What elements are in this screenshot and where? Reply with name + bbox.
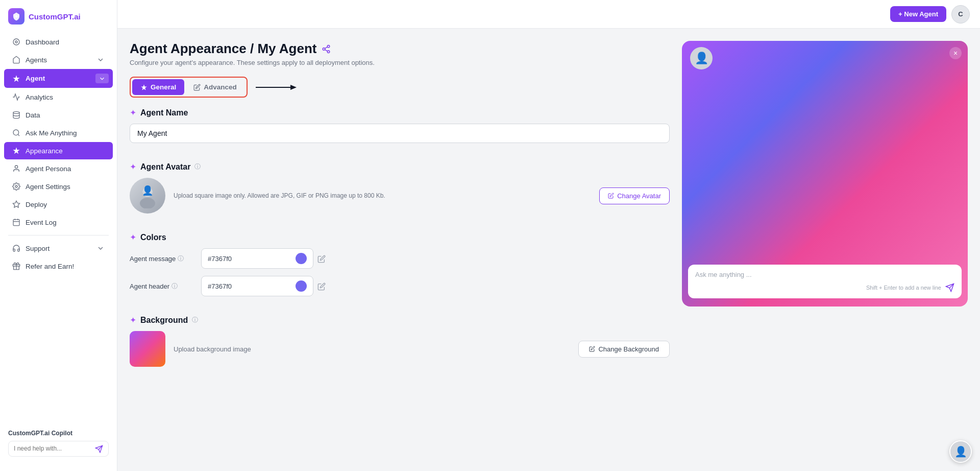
agent-avatar-header: ✦ Agent Avatar ⓘ xyxy=(130,162,670,172)
agent-message-color-row: Agent message ⓘ #7367f0 xyxy=(130,248,670,269)
tab-advanced[interactable]: Advanced xyxy=(185,79,245,95)
tabs-row: General Advanced xyxy=(130,77,670,98)
agent-header-color-value: #7367f0 xyxy=(208,282,291,290)
svg-marker-23 xyxy=(290,85,297,90)
preview-send-icon[interactable] xyxy=(945,282,954,292)
support-icon xyxy=(12,244,20,252)
tab-general[interactable]: General xyxy=(132,79,184,95)
agent-message-label: Agent message xyxy=(130,255,176,263)
sidebar-item-appearance[interactable]: Appearance xyxy=(4,142,113,159)
copilot-title: CustomGPT.ai Copilot xyxy=(8,430,109,437)
sidebar-item-ask-me-anything[interactable]: Ask Me Anything xyxy=(4,124,113,142)
agent-header-color-input[interactable]: #7367f0 xyxy=(201,276,313,296)
tab-outline: General Advanced xyxy=(130,77,248,98)
agent-header-info-icon[interactable]: ⓘ xyxy=(172,282,178,291)
general-tab-icon xyxy=(140,84,148,91)
advanced-tab-label: Advanced xyxy=(204,83,237,91)
new-agent-button[interactable]: + New Agent xyxy=(890,6,946,22)
background-dots-icon: ✦ xyxy=(130,315,136,325)
bg-preview xyxy=(130,331,165,367)
svg-rect-9 xyxy=(13,220,19,226)
sidebar-item-analytics[interactable]: Analytics xyxy=(4,88,113,106)
sidebar-item-label: Agent Settings xyxy=(26,183,70,191)
sidebar-item-label: Appearance xyxy=(26,147,63,155)
agent-message-color-swatch[interactable] xyxy=(296,253,307,264)
agent-name-input[interactable] xyxy=(130,124,670,143)
logo-icon xyxy=(8,8,24,25)
chat-input-area: Ask me anything ... Shift + Enter to add… xyxy=(688,265,962,298)
close-icon: × xyxy=(953,49,958,57)
dashboard-icon xyxy=(12,38,20,46)
sidebar-navigation: Dashboard Agents Agent Analytics Data xyxy=(0,33,117,423)
chat-input-placeholder: Ask me anything ... xyxy=(695,271,954,278)
page-title-row: Agent Appearance / My Agent xyxy=(130,41,670,57)
user-avatar-button[interactable]: C xyxy=(951,5,970,23)
sidebar-agent-label: Agent xyxy=(26,75,95,82)
svg-point-2 xyxy=(15,41,17,43)
bottom-user-avatar[interactable]: 👤 xyxy=(949,440,972,463)
data-icon xyxy=(12,111,20,119)
copilot-input[interactable] xyxy=(14,445,92,452)
copilot-section: CustomGPT.ai Copilot xyxy=(0,423,117,463)
sidebar-item-agent-settings[interactable]: Agent Settings xyxy=(4,178,113,195)
agent-name-section: ✦ Agent Name xyxy=(130,108,670,143)
change-background-button[interactable]: Change Background xyxy=(578,341,670,358)
sidebar-item-agents[interactable]: Agents xyxy=(4,51,113,68)
sidebar-item-event-log[interactable]: Event Log xyxy=(4,214,113,231)
settings-icon xyxy=(12,182,20,191)
agent-header-label: Agent header xyxy=(130,282,169,290)
agent-message-info-icon[interactable]: ⓘ xyxy=(178,254,184,263)
analytics-icon xyxy=(12,93,20,101)
sidebar-item-agent-persona[interactable]: Agent Persona xyxy=(4,160,113,177)
share-icon[interactable] xyxy=(322,43,331,54)
svg-point-7 xyxy=(15,185,17,187)
agent-header-color-label: Agent header ⓘ xyxy=(130,282,201,291)
arrow-indicator-icon xyxy=(256,82,297,92)
sidebar-item-data[interactable]: Data xyxy=(4,106,113,124)
change-avatar-button[interactable]: Change Avatar xyxy=(599,187,670,204)
agent-header-color-swatch[interactable] xyxy=(296,280,307,292)
agent-message-color-input[interactable]: #7367f0 xyxy=(201,248,313,269)
main-area: + New Agent C Agent Appearance / My Agen… xyxy=(117,0,980,471)
sidebar-item-agent[interactable]: Agent xyxy=(4,69,113,88)
agent-icon xyxy=(12,75,20,83)
sidebar-item-label: Agent Persona xyxy=(26,165,71,173)
avatar-image: 👤 xyxy=(130,178,165,214)
sidebar-item-label: Data xyxy=(26,111,40,119)
page-subtitle: Configure your agent's appearance. These… xyxy=(130,59,670,66)
avatar-upload-row: 👤 Upload square image only. Allowed are … xyxy=(130,178,670,214)
sidebar-item-deploy[interactable]: Deploy xyxy=(4,196,113,213)
agent-message-edit-icon[interactable] xyxy=(317,254,326,263)
svg-text:👤: 👤 xyxy=(142,185,154,196)
logo-text: CustomGPT.ai xyxy=(29,12,81,21)
colors-section: ✦ Colors Agent message ⓘ #7367f0 xyxy=(130,232,670,296)
chat-input-footer: Shift + Enter to add a new line xyxy=(695,282,954,292)
agent-name-title: Agent Name xyxy=(140,108,188,117)
agents-chevron-icon xyxy=(96,56,105,64)
copilot-send-icon[interactable] xyxy=(95,444,103,453)
new-agent-label: + New Agent xyxy=(898,10,938,18)
svg-point-0 xyxy=(15,15,18,18)
logo[interactable]: CustomGPT.ai xyxy=(0,8,117,33)
background-section: ✦ Background ⓘ Upload background image C… xyxy=(130,315,670,367)
avatar-info-icon[interactable]: ⓘ xyxy=(194,162,201,171)
preview-close-button[interactable]: × xyxy=(949,47,962,59)
background-info-icon[interactable]: ⓘ xyxy=(192,316,198,324)
sidebar-divider xyxy=(8,235,109,236)
svg-line-20 xyxy=(325,50,328,51)
sidebar-item-label: Agents xyxy=(26,56,47,64)
right-panel: × 👤 Ask me anything ... Shift + Enter to… xyxy=(682,41,968,459)
colors-title: Colors xyxy=(140,233,166,242)
copilot-input-wrapper[interactable] xyxy=(8,441,109,457)
sidebar-item-dashboard[interactable]: Dashboard xyxy=(4,33,113,51)
sidebar-item-refer-earn[interactable]: Refer and Earn! xyxy=(4,257,113,275)
agent-avatar-title: Agent Avatar xyxy=(140,162,190,172)
agent-header-edit-icon[interactable] xyxy=(317,281,326,290)
page-title: Agent Appearance / My Agent xyxy=(130,41,316,57)
tab-arrow-indicator xyxy=(256,82,297,92)
change-bg-label: Change Background xyxy=(598,345,659,353)
sidebar-item-support[interactable]: Support xyxy=(4,240,113,257)
left-panel: Agent Appearance / My Agent Configure yo… xyxy=(130,41,670,459)
shift-enter-hint: Shift + Enter to add a new line xyxy=(866,285,941,291)
agent-header-color-row: Agent header ⓘ #7367f0 xyxy=(130,276,670,296)
